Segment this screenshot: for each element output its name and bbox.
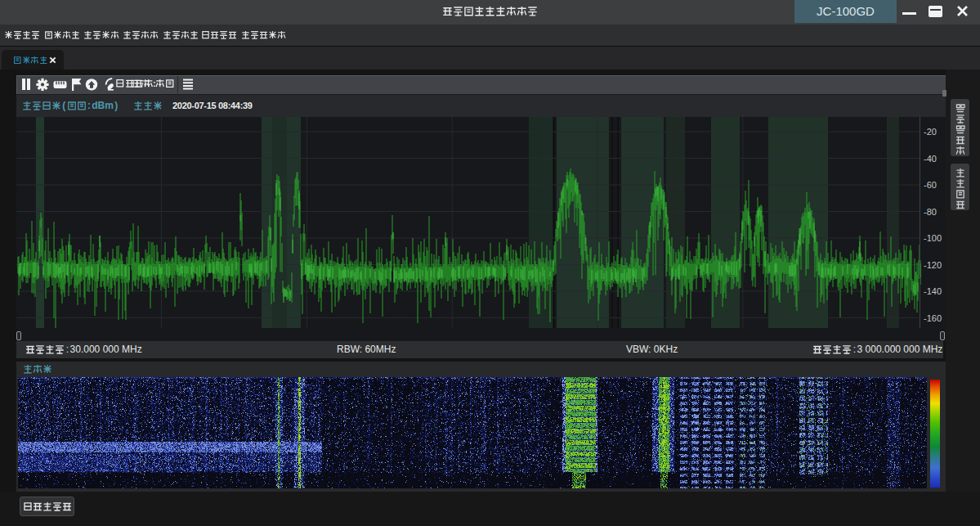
svg-text:-80: -80: [924, 207, 937, 217]
svg-text:-160: -160: [924, 313, 942, 323]
svg-text:-100: -100: [924, 233, 942, 243]
svg-text:-120: -120: [924, 260, 942, 270]
svg-text:-40: -40: [924, 154, 937, 164]
svg-text:-20: -20: [924, 127, 937, 137]
svg-text:-140: -140: [924, 286, 942, 296]
svg-text:-60: -60: [924, 180, 937, 190]
